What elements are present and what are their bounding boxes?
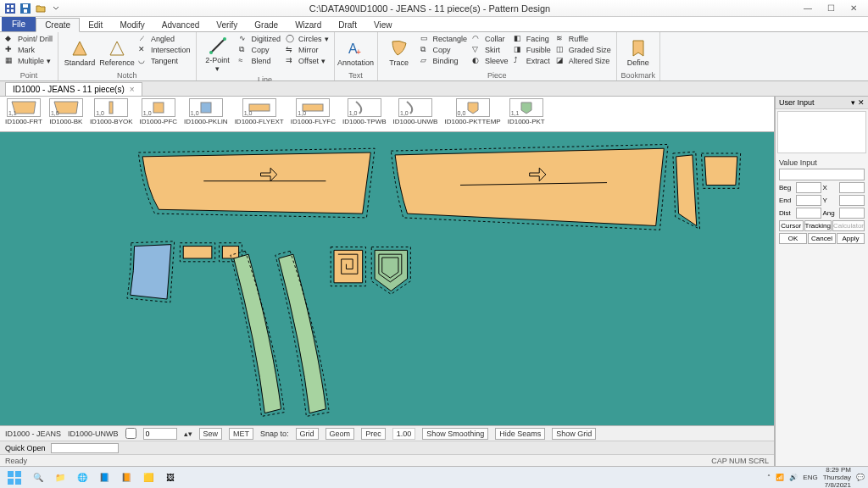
thumb-ID1000-PKT[interactable]: 1,1ID1000-PKT — [508, 98, 545, 130]
beg-field[interactable] — [796, 182, 821, 193]
cursor-button[interactable]: Cursor — [779, 220, 804, 231]
tab-modify[interactable]: Modify — [111, 19, 153, 31]
thumb-ID1000-BYOK[interactable]: 1,0ID1000-BYOK — [90, 98, 133, 130]
tab-draft[interactable]: Draft — [330, 19, 365, 31]
collar-button[interactable]: ◠Collar — [470, 34, 510, 44]
tab-wizard[interactable]: Wizard — [287, 19, 330, 31]
hide-seams-button[interactable]: Hide Seams — [495, 428, 545, 440]
thumb-ID1000-FRT[interactable]: 1,1ID1000-FRT — [5, 98, 42, 130]
end-field[interactable] — [796, 195, 821, 206]
sew-button[interactable]: Sew — [199, 428, 223, 440]
tray-lang[interactable]: ENG — [803, 474, 817, 481]
quick-open-input[interactable] — [51, 443, 119, 453]
minimize-button[interactable]: — — [797, 2, 819, 15]
ok-button[interactable]: OK — [779, 233, 807, 244]
tray-notifications-icon[interactable]: 💬 — [856, 474, 865, 481]
skirt-button[interactable]: ▽Skirt — [470, 45, 510, 55]
circles-button[interactable]: ◯Circles▾ — [284, 34, 331, 44]
two-point-button[interactable]: 2-Point▾ — [200, 34, 236, 75]
taskbar-app-icon-4[interactable]: 🖼 — [161, 469, 180, 487]
ruffle-button[interactable]: ≋Ruffle — [554, 34, 613, 44]
tracking-button[interactable]: Tracking — [804, 220, 832, 231]
taskbar-edge-icon[interactable]: 🌐 — [73, 469, 92, 487]
sleeve-button[interactable]: ◐Sleeve — [470, 56, 510, 66]
piece-small[interactable] — [701, 153, 740, 188]
dist-field[interactable] — [796, 208, 821, 219]
offset-button[interactable]: ⇉Offset▾ — [284, 56, 331, 66]
blend-button[interactable]: ≈Blend — [237, 56, 283, 66]
taskbar-explorer-icon[interactable]: 📁 — [51, 469, 70, 487]
piece-back[interactable] — [391, 144, 668, 230]
piece-waistband-top[interactable] — [231, 251, 284, 416]
piece-front[interactable] — [138, 148, 375, 218]
tab-grade[interactable]: Grade — [246, 19, 287, 31]
snap-prec-button[interactable]: Prec — [361, 428, 386, 440]
piece-waistband-under[interactable] — [275, 251, 329, 416]
ang-field[interactable] — [839, 208, 865, 219]
piece-pocket[interactable] — [371, 247, 410, 295]
graded-size-button[interactable]: ◫Graded Size — [554, 45, 613, 55]
mirror-button[interactable]: ⇋Mirror — [284, 45, 331, 55]
document-tab[interactable]: ID1000 - JEANS - 11 piece(s) × — [5, 82, 142, 96]
status-spinner[interactable] — [143, 428, 177, 440]
thumb-ID1000-PKLIN[interactable]: 1,0ID1000-PKLIN — [184, 98, 228, 130]
show-smoothing-button[interactable]: Show Smoothing — [422, 428, 488, 440]
annotation-button[interactable]: A+Annotation — [338, 34, 374, 70]
panel-header[interactable]: User Input ▾ ✕ — [776, 97, 868, 109]
tray-clock[interactable]: 8:29 PM Thursday 7/8/2021 — [823, 466, 851, 488]
spinner-arrows[interactable]: ▴▾ — [184, 430, 192, 438]
binding-button[interactable]: ▱Binding — [419, 56, 470, 66]
maximize-button[interactable]: ☐ — [820, 2, 842, 15]
app-menu-icon[interactable] — [3, 2, 17, 15]
tab-view[interactable]: View — [365, 19, 401, 31]
piece-pocket-template[interactable] — [331, 247, 365, 286]
copy-piece-button[interactable]: ⧉Copy — [419, 45, 470, 55]
status-checkbox[interactable] — [125, 428, 136, 439]
snap-grid-button[interactable]: Grid — [296, 428, 319, 440]
thumb-ID1000-UNWB[interactable]: 1,0ID1000-UNWB — [393, 98, 438, 130]
taskbar-app-icon-3[interactable]: 🟨 — [139, 469, 158, 487]
tab-create[interactable]: Create — [36, 18, 80, 32]
altered-size-button[interactable]: ◪Altered Size — [554, 56, 613, 66]
define-bookmark-button[interactable]: Define — [620, 34, 656, 70]
trace-button[interactable]: Trace — [381, 34, 417, 70]
tangent-notch-button[interactable]: ◡Tangent — [136, 56, 192, 66]
tab-file[interactable]: File — [2, 17, 36, 31]
tray-network-icon[interactable]: 📶 — [776, 474, 784, 481]
tab-advanced[interactable]: Advanced — [153, 19, 208, 31]
x-field[interactable] — [839, 182, 865, 193]
tab-verify[interactable]: Verify — [208, 19, 246, 31]
tray-chevron-icon[interactable]: ˄ — [767, 474, 771, 481]
qat-dropdown-icon[interactable] — [49, 2, 63, 15]
tab-edit[interactable]: Edit — [80, 19, 111, 31]
value-input-field[interactable] — [779, 169, 865, 180]
copy-line-button[interactable]: ⧉Copy — [237, 45, 283, 55]
thumb-ID1000-BK[interactable]: 1,0ID1000-BK — [49, 98, 83, 130]
piece-yoke[interactable] — [673, 152, 700, 229]
taskbar-search-icon[interactable]: 🔍 — [29, 469, 47, 487]
angled-notch-button[interactable]: ⟋Angled — [136, 34, 192, 44]
piece-fly-ext[interactable] — [180, 243, 214, 262]
show-grid-button[interactable]: Show Grid — [552, 428, 596, 440]
close-button[interactable]: ✕ — [843, 2, 865, 15]
open-icon[interactable] — [34, 2, 47, 15]
rectangle-button[interactable]: ▭Rectangle — [419, 34, 470, 44]
thumb-ID1000-FLYFC[interactable]: 1,0ID1000-FLYFC — [291, 98, 336, 130]
standard-notch-button[interactable]: Standard — [62, 34, 97, 70]
point-drill-button[interactable]: ◆Point/ Drill — [3, 34, 54, 44]
multiple-button[interactable]: ▦Multiple▾ — [3, 56, 54, 66]
met-button[interactable]: MET — [229, 428, 253, 440]
facing-button[interactable]: ◧Facing — [512, 34, 553, 44]
intersection-notch-button[interactable]: ✕Intersection — [136, 45, 192, 55]
thumb-ID1000-PKTTEMP[interactable]: 0,0ID1000-PKTTEMP — [444, 98, 500, 130]
save-icon[interactable] — [19, 2, 32, 15]
fusible-button[interactable]: ◨Fusible — [512, 45, 553, 55]
start-button[interactable] — [3, 469, 25, 487]
y-field[interactable] — [839, 195, 865, 206]
tray-volume-icon[interactable]: 🔊 — [789, 474, 798, 481]
piece-pocket-lining[interactable] — [127, 241, 175, 302]
digitized-button[interactable]: ∿Digitized — [237, 34, 283, 44]
taskbar-app-icon-2[interactable]: 📙 — [117, 469, 136, 487]
apply-button[interactable]: Apply — [837, 233, 865, 244]
close-tab-icon[interactable]: × — [130, 85, 135, 94]
